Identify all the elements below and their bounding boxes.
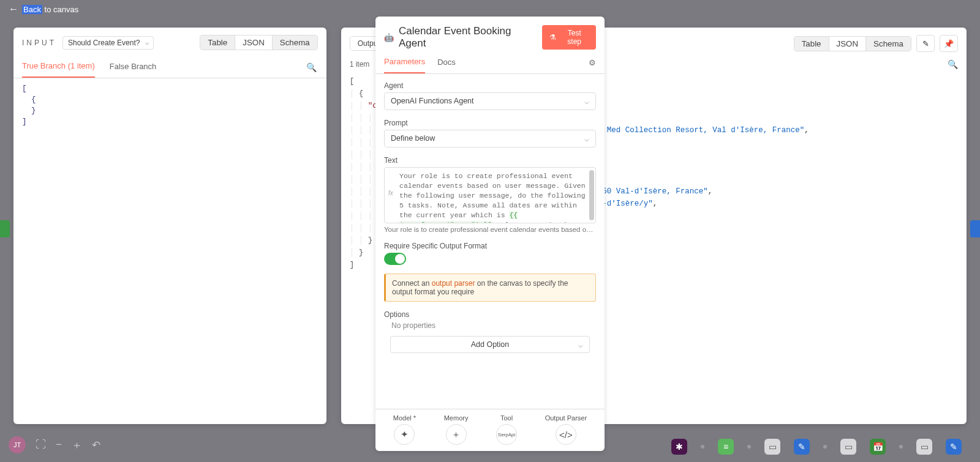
prompt-label: Prompt (384, 119, 596, 127)
user-avatar[interactable]: JT (9, 436, 26, 453)
agent-select[interactable]: OpenAI Functions Agent⌵ (384, 92, 596, 110)
output-view-json[interactable]: JSON (829, 37, 866, 51)
model-slot[interactable]: Model * ✦ (393, 414, 416, 445)
back-to-canvas-link[interactable]: Back to canvas (22, 5, 78, 14)
output-view-schema[interactable]: Schema (865, 37, 911, 51)
require-output-toggle[interactable] (384, 253, 406, 265)
add-memory-icon[interactable]: ＋ (446, 424, 467, 445)
false-branch-tab[interactable]: False Branch (110, 57, 157, 77)
options-label: Options (384, 310, 596, 319)
left-edge-node-stub (0, 220, 10, 237)
output-parser-slot[interactable]: Output Parser </> (545, 414, 587, 445)
fit-view-icon[interactable]: ⛶ (36, 439, 46, 451)
output-parser-hint: Connect an output parser on the canvas t… (384, 274, 596, 302)
output-parser-link[interactable]: output parser (432, 279, 475, 288)
output-view-table[interactable]: Table (794, 37, 829, 51)
node-title: Calendar Event Booking Agent (399, 25, 537, 50)
chevron-down-icon: ⌵ (584, 134, 589, 143)
connector-dot (747, 445, 751, 449)
pin-output-icon[interactable]: 📌 (940, 35, 958, 52)
flask-icon: ⚗ (549, 33, 556, 42)
input-view-json[interactable]: JSON (235, 35, 272, 50)
text-resolved-hint: Your role is to create professional even… (384, 226, 596, 233)
output-item-count: 1 item (350, 60, 370, 69)
output-search-icon[interactable]: 🔍 (948, 59, 958, 69)
zoom-in-icon[interactable]: ＋ (72, 438, 82, 452)
undo-icon[interactable]: ↶ (92, 439, 100, 452)
tool-slot[interactable]: Tool SerpApi (496, 414, 517, 445)
input-view-schema[interactable]: Schema (272, 35, 317, 50)
settings-gear-icon[interactable]: ⚙ (589, 58, 596, 72)
node-config-panel: 🤖 Calendar Event Booking Agent ⚗ Test st… (375, 17, 605, 451)
connector-dot (701, 445, 704, 449)
canvas-mini-nodes: ✱ ≡ ▭ ✎ ▭ 📅 ▭ ✎ (671, 439, 962, 455)
input-view-tabs: Table JSON Schema (200, 35, 317, 50)
fx-icon: fx (388, 188, 393, 198)
text-label: Text (384, 156, 596, 165)
generic-node-icon[interactable]: ▭ (840, 439, 856, 455)
scrollbar[interactable] (589, 170, 594, 220)
connector-dot (899, 445, 903, 449)
text-expression-editor[interactable]: fx Your role is to create professional e… (384, 167, 596, 223)
input-heading: INPUT (22, 39, 56, 47)
require-output-label: Require Specific Output Format (384, 242, 596, 250)
input-source-dropdown[interactable]: Should Create Event? (62, 36, 154, 50)
input-json-body: [ { } ] (13, 78, 326, 424)
parameters-tab[interactable]: Parameters (384, 57, 425, 73)
tool-connector-icon[interactable]: SerpApi (496, 424, 517, 445)
output-parser-connector-icon[interactable]: </> (556, 424, 576, 445)
robot-icon: 🤖 (384, 33, 394, 42)
output-view-tabs: Table JSON Schema (794, 36, 911, 51)
agent-label: Agent (384, 81, 596, 90)
slack-node-icon[interactable]: ✱ (671, 439, 687, 455)
chevron-down-icon: ⌵ (578, 340, 583, 349)
generic-node-icon[interactable]: ▭ (764, 439, 780, 455)
back-arrow-icon[interactable]: ← (9, 4, 18, 15)
right-edge-node-stub (970, 220, 980, 237)
no-properties-text: No properties (384, 321, 596, 336)
input-view-table[interactable]: Table (200, 35, 235, 50)
true-branch-tab[interactable]: True Branch (1 item) (22, 56, 95, 78)
calendar-node-icon[interactable]: 📅 (870, 439, 886, 455)
input-panel: INPUT Should Create Event? Table JSON Sc… (13, 28, 326, 424)
memory-slot[interactable]: Memory ＋ (444, 414, 469, 445)
input-search-icon[interactable]: 🔍 (305, 59, 318, 76)
connector-dot (823, 445, 827, 449)
test-step-button[interactable]: ⚗ Test step (542, 25, 596, 50)
docs-tab[interactable]: Docs (437, 58, 456, 73)
edit-output-icon[interactable]: ✎ (916, 35, 935, 52)
filter-node-icon[interactable]: ≡ (718, 439, 734, 455)
edit-node-icon[interactable]: ✎ (794, 439, 810, 455)
generic-node-icon[interactable]: ▭ (916, 439, 932, 455)
add-option-button[interactable]: Add Option⌵ (390, 336, 590, 353)
model-connector-icon[interactable]: ✦ (394, 424, 415, 445)
edit-node-icon[interactable]: ✎ (946, 439, 962, 455)
chevron-down-icon: ⌵ (584, 97, 589, 106)
zoom-out-icon[interactable]: − (56, 439, 62, 451)
prompt-select[interactable]: Define below⌵ (384, 130, 596, 147)
